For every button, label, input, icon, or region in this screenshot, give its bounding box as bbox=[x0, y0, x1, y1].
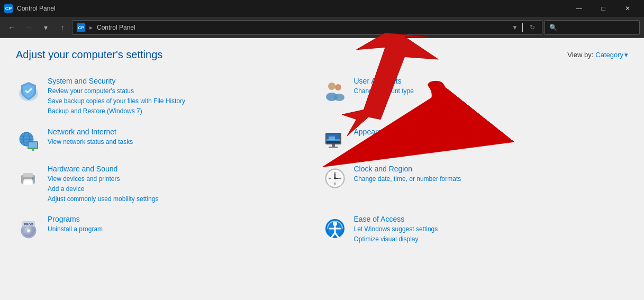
user-accounts-icon bbox=[322, 78, 348, 103]
svg-rect-13 bbox=[29, 142, 37, 148]
svg-text:PROG: PROG bbox=[24, 223, 33, 226]
title-bar-text: Control Panel bbox=[17, 5, 563, 12]
category-clock-region: Clock and Region Change date, time, or n… bbox=[322, 159, 629, 210]
view-by-value: Category bbox=[595, 51, 623, 59]
hardware-sound-link-3[interactable]: Adjust commonly used mobility settings bbox=[48, 194, 158, 204]
forward-button[interactable]: → bbox=[21, 20, 36, 35]
svg-rect-19 bbox=[326, 141, 340, 143]
programs-icon: PROG bbox=[16, 216, 41, 241]
address-icon: CP bbox=[77, 23, 85, 32]
system-security-link-1[interactable]: Review your computer's status bbox=[48, 86, 185, 96]
content-area: Adjust your computer's settings View by:… bbox=[0, 38, 644, 300]
system-security-title[interactable]: System and Security bbox=[48, 77, 185, 85]
appearance-icon bbox=[322, 129, 348, 154]
breadcrumb-separator: ▸ bbox=[89, 24, 93, 31]
svg-point-5 bbox=[335, 84, 341, 90]
minimize-button[interactable]: — bbox=[567, 0, 591, 17]
clock-region-content: Clock and Region Change date, time, or n… bbox=[354, 165, 461, 184]
ease-of-access-icon bbox=[322, 216, 348, 241]
refresh-button[interactable]: ↻ bbox=[527, 24, 538, 31]
svg-rect-15 bbox=[28, 148, 38, 149]
recent-pages-button[interactable]: ▾ bbox=[38, 20, 53, 35]
svg-rect-29 bbox=[24, 179, 32, 181]
hardware-sound-link-2[interactable]: Add a device bbox=[48, 184, 158, 194]
category-network-internet: Network and Internet View network status… bbox=[16, 122, 322, 159]
category-hardware-sound: Hardware and Sound View devices and prin… bbox=[16, 159, 322, 210]
address-text: Control Panel bbox=[97, 24, 506, 31]
hardware-sound-icon bbox=[16, 166, 41, 191]
hardware-sound-link-1[interactable]: View devices and printers bbox=[48, 174, 158, 184]
view-by-dropdown[interactable]: Category ▾ bbox=[595, 51, 628, 59]
ease-of-access-title[interactable]: Ease of Access bbox=[354, 215, 438, 223]
svg-rect-25 bbox=[23, 173, 33, 177]
hardware-sound-title[interactable]: Hardware and Sound bbox=[48, 165, 158, 173]
categories-grid: System and Security Review your computer… bbox=[16, 71, 628, 250]
system-security-icon bbox=[16, 78, 41, 103]
category-system-security: System and Security Review your computer… bbox=[16, 71, 322, 122]
svg-point-43 bbox=[28, 230, 30, 232]
programs-content: Programs Uninstall a program bbox=[48, 215, 103, 234]
close-button[interactable]: ✕ bbox=[615, 0, 640, 17]
category-appearance: Appearance and Personalization bbox=[322, 122, 629, 159]
search-box[interactable]: 🔍 bbox=[545, 20, 640, 35]
view-by-arrow: ▾ bbox=[624, 51, 628, 59]
svg-point-6 bbox=[334, 94, 344, 101]
page-title: Adjust your computer's settings bbox=[16, 49, 162, 61]
svg-rect-23 bbox=[329, 135, 335, 137]
programs-link-1[interactable]: Uninstall a program bbox=[48, 224, 103, 234]
user-accounts-link-1[interactable]: Change account type bbox=[354, 86, 414, 96]
app-icon: CP bbox=[4, 4, 13, 13]
title-bar: CP Control Panel — □ ✕ bbox=[0, 0, 644, 17]
appearance-title[interactable]: Appearance and Personalization bbox=[354, 128, 461, 136]
category-user-accounts: User Accounts Change account type bbox=[322, 71, 629, 122]
ease-of-access-link-2[interactable]: Optimize visual display bbox=[354, 234, 438, 244]
svg-rect-14 bbox=[32, 149, 34, 151]
svg-point-28 bbox=[32, 177, 34, 179]
svg-point-39 bbox=[334, 177, 336, 179]
nav-bar: ← → ▾ ↑ CP ▸ Control Panel ▼ ↻ 🔍 bbox=[0, 17, 644, 38]
clock-region-title[interactable]: Clock and Region bbox=[354, 165, 461, 173]
svg-rect-21 bbox=[329, 147, 338, 148]
ease-of-access-link-1[interactable]: Let Windows suggest settings bbox=[354, 224, 438, 234]
category-programs: PROG Programs Uninstall a program bbox=[16, 210, 322, 250]
page-header: Adjust your computer's settings View by:… bbox=[16, 49, 628, 61]
up-button[interactable]: ↑ bbox=[55, 20, 70, 35]
system-security-link-2[interactable]: Save backup copies of your files with Fi… bbox=[48, 96, 185, 106]
network-internet-content: Network and Internet View network status… bbox=[48, 128, 133, 147]
user-accounts-title[interactable]: User Accounts bbox=[354, 77, 414, 85]
address-dropdown-icon[interactable]: ▼ bbox=[512, 24, 518, 31]
hardware-sound-content: Hardware and Sound View devices and prin… bbox=[48, 165, 158, 205]
programs-title[interactable]: Programs bbox=[48, 215, 103, 223]
svg-rect-20 bbox=[332, 144, 335, 147]
svg-point-3 bbox=[328, 83, 335, 90]
svg-rect-27 bbox=[24, 181, 32, 185]
network-internet-icon bbox=[16, 129, 41, 154]
title-bar-controls: — □ ✕ bbox=[567, 0, 640, 17]
ease-of-access-content: Ease of Access Let Windows suggest setti… bbox=[354, 215, 438, 244]
clock-region-icon bbox=[322, 166, 348, 191]
category-ease-of-access: Ease of Access Let Windows suggest setti… bbox=[322, 210, 629, 250]
network-internet-title[interactable]: Network and Internet bbox=[48, 128, 133, 136]
search-icon: 🔍 bbox=[549, 24, 557, 31]
user-accounts-content: User Accounts Change account type bbox=[354, 77, 414, 96]
network-internet-link-1[interactable]: View network status and tasks bbox=[48, 137, 133, 147]
svg-text:CP: CP bbox=[78, 25, 84, 30]
view-by: View by: Category ▾ bbox=[567, 51, 628, 59]
view-by-label: View by: bbox=[567, 51, 593, 59]
appearance-content: Appearance and Personalization bbox=[354, 128, 461, 137]
maximize-button[interactable]: □ bbox=[591, 0, 615, 17]
back-button[interactable]: ← bbox=[4, 20, 19, 35]
clock-region-link-1[interactable]: Change date, time, or number formats bbox=[354, 174, 461, 184]
system-security-link-3[interactable]: Backup and Restore (Windows 7) bbox=[48, 106, 185, 116]
address-bar[interactable]: CP ▸ Control Panel ▼ ↻ bbox=[72, 20, 542, 35]
address-cursor bbox=[522, 23, 523, 32]
system-security-content: System and Security Review your computer… bbox=[48, 77, 185, 117]
